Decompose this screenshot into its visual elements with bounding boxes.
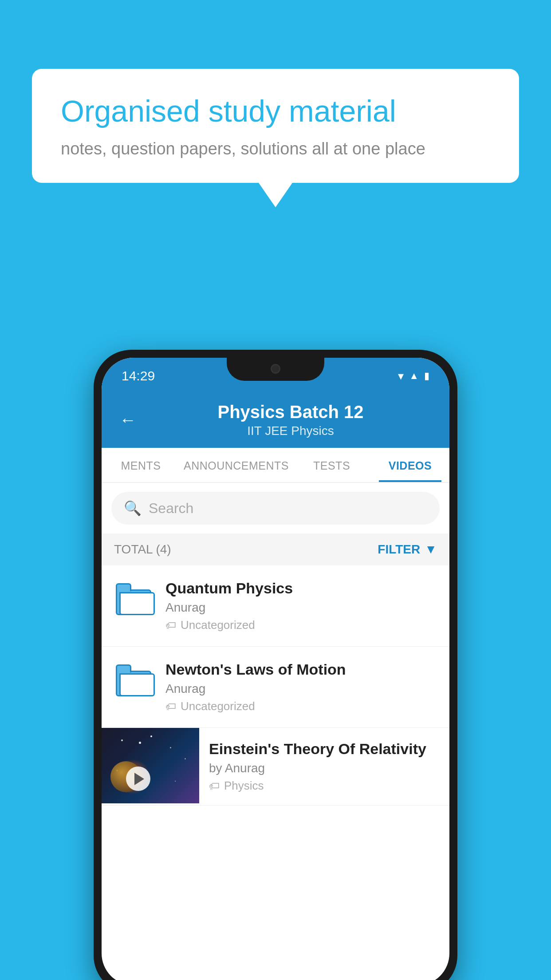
phone-camera	[271, 364, 280, 374]
list-item[interactable]: Einstein's Theory Of Relativity by Anura…	[102, 728, 449, 806]
video-info-3: Einstein's Theory Of Relativity by Anura…	[199, 728, 449, 805]
search-bar[interactable]: 🔍 Search	[111, 492, 440, 525]
wifi-icon: ▾	[398, 369, 404, 383]
total-count: TOTAL (4)	[114, 542, 171, 557]
folder-icon-inner	[116, 664, 151, 696]
tab-tests[interactable]: TESTS	[292, 448, 371, 482]
battery-icon: ▮	[424, 370, 429, 382]
video-title: Newton's Laws of Motion	[165, 661, 437, 678]
signal-icon: ▲	[409, 370, 419, 382]
filter-button[interactable]: FILTER ▼	[378, 542, 437, 557]
search-icon: 🔍	[124, 500, 142, 517]
phone-notch	[227, 358, 324, 381]
status-time: 14:29	[122, 368, 155, 383]
back-button[interactable]: ←	[119, 411, 136, 430]
speech-bubble-subtitle: notes, question papers, solutions all at…	[61, 139, 490, 158]
tag-icon: 🏷	[165, 700, 176, 713]
play-button[interactable]	[126, 767, 150, 791]
video-info-2: Newton's Laws of Motion Anurag 🏷 Uncateg…	[165, 661, 437, 713]
list-item[interactable]: Newton's Laws of Motion Anurag 🏷 Uncateg…	[102, 647, 449, 728]
tab-videos[interactable]: VIDEOS	[371, 448, 449, 482]
video-list: Quantum Physics Anurag 🏷 Uncategorized	[102, 565, 449, 806]
tab-announcements[interactable]: ANNOUNCEMENTS	[180, 448, 292, 482]
speech-bubble-arrow	[259, 183, 292, 207]
tabs-bar: MENTS ANNOUNCEMENTS TESTS VIDEOS	[102, 448, 449, 483]
video-thumbnail	[102, 728, 199, 803]
tag-icon: 🏷	[165, 619, 176, 632]
video-tag: 🏷 Uncategorized	[165, 699, 437, 713]
speech-bubble: Organised study material notes, question…	[32, 69, 519, 183]
folder-icon-1	[114, 580, 153, 619]
video-title: Quantum Physics	[165, 580, 437, 597]
phone-frame: 14:29 ▾ ▲ ▮ ← Physics Batch 12 IIT JEE P…	[94, 350, 457, 980]
video-tag: 🏷 Uncategorized	[165, 618, 437, 632]
filter-funnel-icon: ▼	[425, 542, 437, 557]
header-title-block: Physics Batch 12 IIT JEE Physics	[150, 402, 432, 438]
app-header: ← Physics Batch 12 IIT JEE Physics	[102, 390, 449, 448]
tag-icon: 🏷	[209, 780, 220, 792]
video-info-1: Quantum Physics Anurag 🏷 Uncategorized	[165, 580, 437, 632]
video-author: by Anurag	[209, 761, 440, 775]
search-input[interactable]: Search	[149, 500, 193, 517]
tab-ments[interactable]: MENTS	[102, 448, 180, 482]
folder-icon-2	[114, 661, 153, 700]
video-author: Anurag	[165, 682, 437, 696]
list-item[interactable]: Quantum Physics Anurag 🏷 Uncategorized	[102, 565, 449, 647]
video-tag: 🏷 Physics	[209, 779, 440, 793]
status-icons: ▾ ▲ ▮	[398, 369, 429, 383]
header-subtitle: IIT JEE Physics	[150, 424, 432, 438]
filter-row: TOTAL (4) FILTER ▼	[102, 533, 449, 565]
header-title: Physics Batch 12	[150, 402, 432, 422]
video-title: Einstein's Theory Of Relativity	[209, 740, 440, 758]
speech-bubble-container: Organised study material notes, question…	[32, 69, 519, 207]
phone-screen: 14:29 ▾ ▲ ▮ ← Physics Batch 12 IIT JEE P…	[102, 358, 449, 980]
play-icon	[134, 773, 144, 785]
video-author: Anurag	[165, 601, 437, 615]
speech-bubble-title: Organised study material	[61, 93, 490, 130]
search-container: 🔍 Search	[102, 483, 449, 533]
folder-icon-inner	[116, 583, 151, 615]
